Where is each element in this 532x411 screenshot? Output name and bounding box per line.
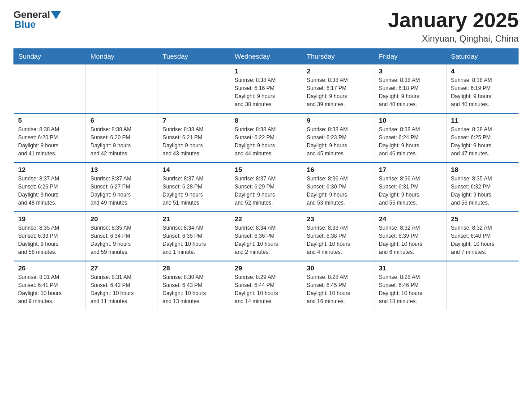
- svg-marker-0: [51, 11, 61, 19]
- day-info: Sunrise: 8:38 AM Sunset: 6:25 PM Dayligh…: [451, 125, 514, 158]
- calendar-cell: [158, 64, 230, 113]
- day-info: Sunrise: 8:31 AM Sunset: 6:41 PM Dayligh…: [18, 273, 82, 305]
- day-number: 8: [235, 116, 297, 124]
- day-info: Sunrise: 8:28 AM Sunset: 6:46 PM Dayligh…: [379, 273, 442, 305]
- calendar-cell: [14, 64, 86, 113]
- day-number: 9: [307, 116, 369, 124]
- day-number: 5: [18, 116, 82, 124]
- calendar-cell: 13Sunrise: 8:37 AM Sunset: 6:27 PM Dayli…: [86, 163, 158, 212]
- calendar-cell: 21Sunrise: 8:34 AM Sunset: 6:35 PM Dayli…: [158, 212, 230, 261]
- calendar-cell: 7Sunrise: 8:38 AM Sunset: 6:21 PM Daylig…: [158, 113, 230, 163]
- calendar-cell: 18Sunrise: 8:35 AM Sunset: 6:32 PM Dayli…: [446, 163, 519, 212]
- day-info: Sunrise: 8:31 AM Sunset: 6:42 PM Dayligh…: [90, 273, 153, 305]
- day-number: 12: [18, 166, 82, 173]
- day-number: 27: [90, 264, 153, 272]
- day-number: 10: [379, 116, 442, 124]
- day-info: Sunrise: 8:37 AM Sunset: 6:27 PM Dayligh…: [90, 175, 153, 207]
- calendar-table: SundayMondayTuesdayWednesdayThursdayFrid…: [13, 48, 519, 310]
- title-block: January 2025 Xinyuan, Qinghai, China: [388, 9, 519, 44]
- page-header: General Blue January 2025 Xinyuan, Qingh…: [13, 9, 519, 44]
- calendar-cell: 3Sunrise: 8:38 AM Sunset: 6:18 PM Daylig…: [374, 64, 446, 113]
- day-number: 30: [307, 264, 369, 272]
- day-number: 18: [451, 166, 514, 173]
- day-info: Sunrise: 8:38 AM Sunset: 6:17 PM Dayligh…: [307, 76, 369, 108]
- day-info: Sunrise: 8:34 AM Sunset: 6:36 PM Dayligh…: [235, 224, 297, 256]
- day-info: Sunrise: 8:38 AM Sunset: 6:24 PM Dayligh…: [379, 125, 442, 158]
- day-info: Sunrise: 8:36 AM Sunset: 6:30 PM Dayligh…: [307, 175, 369, 207]
- day-info: Sunrise: 8:29 AM Sunset: 6:44 PM Dayligh…: [235, 273, 297, 305]
- day-number: 6: [90, 116, 153, 124]
- calendar-header-row: SundayMondayTuesdayWednesdayThursdayFrid…: [14, 48, 519, 64]
- calendar-week-row: 26Sunrise: 8:31 AM Sunset: 6:41 PM Dayli…: [14, 261, 519, 310]
- calendar-cell: 4Sunrise: 8:38 AM Sunset: 6:19 PM Daylig…: [446, 64, 519, 113]
- calendar-cell: 9Sunrise: 8:38 AM Sunset: 6:23 PM Daylig…: [302, 113, 374, 163]
- logo-arrow-icon: [51, 11, 61, 19]
- calendar-cell: 11Sunrise: 8:38 AM Sunset: 6:25 PM Dayli…: [446, 113, 519, 163]
- weekday-header: Monday: [86, 48, 158, 64]
- calendar-cell: 8Sunrise: 8:38 AM Sunset: 6:22 PM Daylig…: [230, 113, 302, 163]
- day-number: 19: [18, 215, 82, 223]
- day-number: 17: [379, 166, 442, 173]
- day-number: 25: [451, 215, 514, 223]
- day-number: 15: [235, 166, 297, 173]
- calendar-week-row: 12Sunrise: 8:37 AM Sunset: 6:26 PM Dayli…: [14, 163, 519, 212]
- day-info: Sunrise: 8:32 AM Sunset: 6:39 PM Dayligh…: [379, 224, 442, 256]
- calendar-cell: 28Sunrise: 8:30 AM Sunset: 6:43 PM Dayli…: [158, 261, 230, 310]
- day-number: 11: [451, 116, 514, 124]
- calendar-cell: 31Sunrise: 8:28 AM Sunset: 6:46 PM Dayli…: [374, 261, 446, 310]
- calendar-cell: 23Sunrise: 8:33 AM Sunset: 6:38 PM Dayli…: [302, 212, 374, 261]
- logo: General Blue: [13, 9, 61, 30]
- day-info: Sunrise: 8:32 AM Sunset: 6:40 PM Dayligh…: [451, 224, 514, 256]
- day-number: 16: [307, 166, 369, 173]
- calendar-cell: 5Sunrise: 8:38 AM Sunset: 6:20 PM Daylig…: [14, 113, 86, 163]
- day-info: Sunrise: 8:35 AM Sunset: 6:32 PM Dayligh…: [451, 175, 514, 207]
- calendar-cell: 27Sunrise: 8:31 AM Sunset: 6:42 PM Dayli…: [86, 261, 158, 310]
- month-title: January 2025: [388, 9, 519, 32]
- calendar-cell: 24Sunrise: 8:32 AM Sunset: 6:39 PM Dayli…: [374, 212, 446, 261]
- calendar-cell: 12Sunrise: 8:37 AM Sunset: 6:26 PM Dayli…: [14, 163, 86, 212]
- weekday-header: Sunday: [14, 48, 86, 64]
- calendar-cell: 10Sunrise: 8:38 AM Sunset: 6:24 PM Dayli…: [374, 113, 446, 163]
- day-number: 2: [307, 67, 369, 75]
- day-info: Sunrise: 8:36 AM Sunset: 6:31 PM Dayligh…: [379, 175, 442, 207]
- calendar-cell: 30Sunrise: 8:28 AM Sunset: 6:45 PM Dayli…: [302, 261, 374, 310]
- day-info: Sunrise: 8:37 AM Sunset: 6:26 PM Dayligh…: [18, 175, 82, 207]
- calendar-cell: 29Sunrise: 8:29 AM Sunset: 6:44 PM Dayli…: [230, 261, 302, 310]
- day-number: 21: [163, 215, 225, 223]
- calendar-cell: 19Sunrise: 8:35 AM Sunset: 6:33 PM Dayli…: [14, 212, 86, 261]
- location-title: Xinyuan, Qinghai, China: [388, 34, 519, 44]
- calendar-cell: 20Sunrise: 8:35 AM Sunset: 6:34 PM Dayli…: [86, 212, 158, 261]
- calendar-cell: [446, 261, 519, 310]
- calendar-cell: 26Sunrise: 8:31 AM Sunset: 6:41 PM Dayli…: [14, 261, 86, 310]
- weekday-header: Friday: [374, 48, 446, 64]
- day-number: 14: [163, 166, 225, 173]
- calendar-week-row: 5Sunrise: 8:38 AM Sunset: 6:20 PM Daylig…: [14, 113, 519, 163]
- calendar-cell: 6Sunrise: 8:38 AM Sunset: 6:20 PM Daylig…: [86, 113, 158, 163]
- day-number: 3: [379, 67, 442, 75]
- day-info: Sunrise: 8:38 AM Sunset: 6:19 PM Dayligh…: [451, 76, 514, 108]
- day-number: 1: [235, 67, 297, 75]
- day-number: 7: [163, 116, 225, 124]
- calendar-cell: 2Sunrise: 8:38 AM Sunset: 6:17 PM Daylig…: [302, 64, 374, 113]
- day-number: 24: [379, 215, 442, 223]
- day-number: 29: [235, 264, 297, 272]
- weekday-header: Thursday: [302, 48, 374, 64]
- day-number: 4: [451, 67, 514, 75]
- day-number: 26: [18, 264, 82, 272]
- day-info: Sunrise: 8:35 AM Sunset: 6:33 PM Dayligh…: [18, 224, 82, 256]
- weekday-header: Tuesday: [158, 48, 230, 64]
- day-info: Sunrise: 8:34 AM Sunset: 6:35 PM Dayligh…: [163, 224, 225, 256]
- day-info: Sunrise: 8:38 AM Sunset: 6:23 PM Dayligh…: [307, 125, 369, 158]
- day-number: 31: [379, 264, 442, 272]
- calendar-cell: 14Sunrise: 8:37 AM Sunset: 6:28 PM Dayli…: [158, 163, 230, 212]
- weekday-header: Saturday: [446, 48, 519, 64]
- calendar-cell: 17Sunrise: 8:36 AM Sunset: 6:31 PM Dayli…: [374, 163, 446, 212]
- calendar-cell: 16Sunrise: 8:36 AM Sunset: 6:30 PM Dayli…: [302, 163, 374, 212]
- day-info: Sunrise: 8:28 AM Sunset: 6:45 PM Dayligh…: [307, 273, 369, 305]
- day-info: Sunrise: 8:33 AM Sunset: 6:38 PM Dayligh…: [307, 224, 369, 256]
- day-number: 22: [235, 215, 297, 223]
- logo-blue-text: Blue: [14, 19, 36, 30]
- day-info: Sunrise: 8:38 AM Sunset: 6:20 PM Dayligh…: [18, 125, 82, 158]
- day-info: Sunrise: 8:38 AM Sunset: 6:21 PM Dayligh…: [163, 125, 225, 158]
- calendar-cell: 25Sunrise: 8:32 AM Sunset: 6:40 PM Dayli…: [446, 212, 519, 261]
